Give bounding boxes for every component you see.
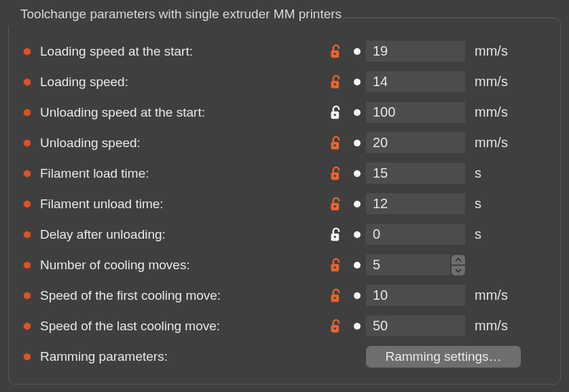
cooling-moves-step-up[interactable] [452,255,465,264]
unloading-speed-start-unit: mm/s [465,104,513,120]
svg-point-14 [334,174,336,176]
hex-bullet-icon [22,169,32,178]
param-row-loading-speed: Loading speed: mm/s [22,66,547,97]
svg-point-11 [334,144,336,146]
loading-speed-start-input[interactable] [366,41,465,62]
svg-point-2 [334,52,336,54]
filament-load-time-input[interactable] [366,163,465,184]
svg-marker-24 [24,292,31,300]
svg-point-8 [334,113,336,115]
svg-marker-0 [24,47,31,56]
filament-unload-time-label: Filament unload time: [40,197,324,212]
cooling-moves-input[interactable] [366,254,450,275]
hex-bullet-icon [22,321,32,331]
svg-point-20 [334,235,336,237]
filament-unload-time-input[interactable] [366,193,465,214]
svg-point-23 [334,266,336,268]
svg-marker-15 [24,200,31,208]
reset-dot-icon[interactable] [354,262,361,269]
reset-dot-icon[interactable] [354,231,361,238]
section-box: Loading speed at the start: mm/s Loading… [8,18,561,385]
first-cooling-speed-label: Speed of the first cooling move: [40,288,324,303]
svg-point-29 [334,327,336,329]
loading-speed-input[interactable] [366,71,465,92]
svg-marker-21 [24,261,31,269]
unlock-icon[interactable] [329,196,343,212]
reset-dot-icon[interactable] [354,48,361,55]
filament-unload-time-unit: s [465,196,513,212]
filament-load-time-unit: s [465,165,513,181]
reset-dot-icon[interactable] [354,140,361,146]
param-row-unloading-speed: Unloading speed: mm/s [22,128,547,158]
unlock-icon[interactable] [329,43,343,60]
param-row-ramming-params: Ramming parameters: Ramming settings… [22,341,547,372]
reset-dot-icon[interactable] [354,109,361,116]
unlock-icon[interactable] [329,257,343,273]
hex-bullet-icon [22,352,32,361]
hex-bullet-icon [22,230,32,239]
svg-point-26 [334,296,336,298]
delay-after-unloading-unit: s [465,227,513,242]
loading-speed-start-unit: mm/s [465,43,513,59]
svg-marker-9 [24,139,31,147]
reset-dot-icon[interactable] [354,170,361,177]
hex-bullet-icon [22,47,32,56]
hex-bullet-icon [22,291,32,300]
svg-marker-12 [24,170,31,178]
loading-speed-start-label: Loading speed at the start: [40,44,324,59]
unloading-speed-label: Unloading speed: [40,136,324,151]
hex-bullet-icon [22,77,32,87]
delay-after-unloading-label: Delay after unloading: [40,227,324,242]
unloading-speed-unit: mm/s [465,135,513,151]
param-row-filament-unload-time: Filament unload time: s [22,189,547,219]
unloading-speed-start-label: Unloading speed at the start: [40,105,324,120]
reset-dot-icon[interactable] [354,79,361,85]
svg-marker-18 [24,231,31,239]
unloading-speed-input[interactable] [366,132,465,153]
ramming-settings-button[interactable]: Ramming settings… [366,346,521,368]
last-cooling-speed-label: Speed of the last cooling move: [40,319,324,334]
delay-after-unloading-input[interactable] [366,224,465,245]
reset-dot-icon[interactable] [354,323,361,330]
param-row-cooling-moves: Number of cooling moves: [22,250,547,280]
param-row-loading-speed-start: Loading speed at the start: mm/s [22,36,547,66]
hex-bullet-icon [22,199,32,209]
last-cooling-speed-input[interactable] [366,315,465,336]
svg-point-17 [334,205,336,207]
unloading-speed-start-input[interactable] [366,102,465,123]
unlock-icon[interactable] [329,135,343,151]
first-cooling-speed-input[interactable] [366,285,465,306]
param-row-unloading-speed-start: Unloading speed at the start: mm/s [22,97,547,128]
svg-marker-30 [24,353,31,361]
svg-point-5 [334,83,336,85]
unlock-icon[interactable] [329,165,343,182]
filament-load-time-label: Filament load time: [40,166,324,181]
svg-marker-6 [24,109,31,117]
hex-bullet-icon [22,108,32,117]
unlock-icon[interactable] [329,74,343,90]
cooling-moves-label: Number of cooling moves: [40,258,324,273]
svg-marker-3 [24,78,31,86]
unlock-icon[interactable] [329,318,343,334]
last-cooling-speed-unit: mm/s [465,318,513,334]
first-cooling-speed-unit: mm/s [465,288,513,303]
cooling-moves-step-down[interactable] [452,266,465,275]
param-row-delay-after-unloading: Delay after unloading: s [22,219,547,250]
section-title: Toolchange parameters with single extrud… [8,7,342,26]
unlock-icon[interactable] [329,104,343,121]
reset-dot-icon[interactable] [354,292,361,299]
reset-dot-icon[interactable] [354,201,361,208]
loading-speed-label: Loading speed: [40,75,324,90]
hex-bullet-icon [22,138,32,148]
unlock-icon[interactable] [329,227,343,243]
param-row-first-cooling-speed: Speed of the first cooling move: mm/s [22,280,547,311]
loading-speed-unit: mm/s [465,74,513,90]
unlock-icon[interactable] [329,288,343,304]
ramming-params-label: Ramming parameters: [40,349,324,364]
param-row-last-cooling-speed: Speed of the last cooling move: mm/s [22,311,547,341]
param-row-filament-load-time: Filament load time: s [22,158,547,189]
svg-marker-27 [24,322,31,330]
hex-bullet-icon [22,260,32,270]
